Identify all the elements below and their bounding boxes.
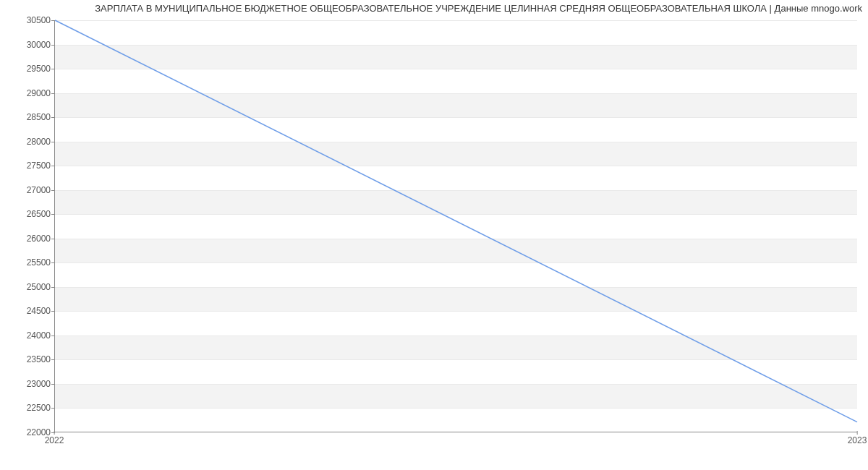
y-tick-label: 24500 [7, 306, 51, 316]
y-tick-label: 23500 [7, 354, 51, 364]
y-tick-label: 26000 [7, 234, 51, 244]
y-tick-label: 27000 [7, 185, 51, 195]
y-tick-label: 27500 [7, 161, 51, 171]
y-tick-label: 22500 [7, 403, 51, 413]
y-tick-label: 29000 [7, 88, 51, 98]
x-tick-label: 2022 [45, 435, 64, 445]
y-tick-label: 30000 [7, 40, 51, 50]
y-tick-label: 25000 [7, 282, 51, 292]
y-tick-label: 28000 [7, 137, 51, 147]
y-tick-label: 24000 [7, 330, 51, 341]
y-tick-label: 26500 [7, 209, 51, 219]
line-series [55, 20, 857, 422]
chart-container: ЗАРПЛАТА В МУНИЦИПАЛЬНОЕ БЮДЖЕТНОЕ ОБЩЕО… [0, 0, 868, 470]
y-tick-label: 25500 [7, 257, 51, 268]
y-tick-label: 23000 [7, 379, 51, 389]
y-tick-label: 28500 [7, 112, 51, 122]
x-tick-label: 2023 [848, 435, 867, 445]
chart-title: ЗАРПЛАТА В МУНИЦИПАЛЬНОЕ БЮДЖЕТНОЕ ОБЩЕО… [95, 3, 862, 14]
line-series-layer [55, 20, 857, 432]
y-tick-label: 29500 [7, 64, 51, 74]
y-tick-label: 30500 [7, 15, 51, 25]
plot-area [54, 20, 857, 432]
